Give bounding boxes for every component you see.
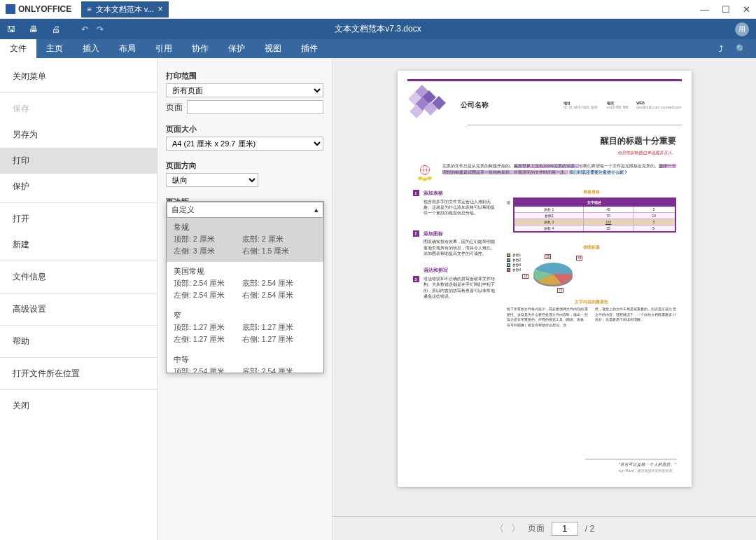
undo-icon[interactable]: ↶ — [81, 25, 88, 34]
titlebar: ONLYOFFICE ≡ 文本文档范本 v... × — ☐ ✕ — [0, 0, 756, 19]
menu-protect[interactable]: 保护 — [218, 39, 255, 58]
text-section-title: 文字内容的重要性 — [507, 300, 676, 305]
pie-title: 饼图标题 — [507, 245, 676, 250]
search-icon[interactable]: 🔍 — [736, 44, 746, 54]
redo-icon[interactable]: ↷ — [97, 25, 104, 34]
sidebar-protect[interactable]: 保护 — [0, 174, 157, 200]
next-page-icon[interactable]: 〉 — [511, 522, 521, 535]
chevron-up-icon: ▴ — [314, 205, 318, 214]
sidebar-save-as[interactable]: 另存为 — [0, 122, 157, 148]
sidebar-help[interactable]: 帮助 — [0, 328, 157, 354]
sidebar-new[interactable]: 新建 — [0, 232, 157, 258]
margin-option[interactable]: 窄顶部: 1.27 厘米底部: 1.27 厘米左侧: 1.27 厘米右侧: 1.… — [167, 306, 323, 350]
svg-point-3 — [418, 176, 423, 180]
menu-icon: ≡ — [87, 5, 91, 13]
page-size-select[interactable]: A4 (21 厘米 x 29.7 厘米) — [166, 137, 323, 151]
maximize-button[interactable]: ☐ — [722, 4, 730, 15]
orientation-select[interactable]: 纵向 — [166, 173, 258, 187]
svg-point-5 — [427, 176, 432, 180]
menubar: 文件 主页 插入 布局 引用 协作 保护 视图 插件 ⤴ 🔍 — [0, 39, 756, 58]
menu-collab[interactable]: 协作 — [182, 39, 218, 58]
sidebar-close-menu[interactable]: 关闭菜单 — [0, 64, 157, 90]
print-settings-panel: 打印范围 所有页面 页面 页面大小 A4 (21 厘米 x 29.7 厘米) 页… — [158, 58, 332, 540]
quote: "语言可以反映一个人的思想。" Ayn Rand，俄语美国作家和哲学家。 — [585, 459, 676, 473]
quickprint-icon[interactable]: 🖨 — [52, 25, 60, 34]
print-range-select[interactable]: 所有页面 — [166, 83, 323, 97]
menu-view[interactable]: 视图 — [255, 39, 291, 58]
company-name: 公司名称 — [461, 100, 489, 110]
margin-option[interactable]: 常规顶部: 2 厘米底部: 2 厘米左侧: 3 厘米右侧: 1.5 厘米 — [167, 218, 323, 262]
sidebar-file-info[interactable]: 文件信息 — [0, 264, 157, 290]
pie-chart: 35 45 15 70 — [525, 253, 581, 291]
sidebar-close[interactable]: 关闭 — [0, 393, 157, 419]
page-input[interactable] — [187, 100, 323, 114]
logo-icon — [6, 4, 15, 14]
doc-subtitle: 信息性副标题也来说服多言人。 — [398, 150, 676, 156]
page-total: / 2 — [585, 524, 594, 534]
app-name: ONLYOFFICE — [18, 4, 71, 14]
document-tab[interactable]: ≡ 文本文档范本 v... × — [81, 1, 168, 18]
margins-dropdown[interactable]: 自定义 ▴ 常规顶部: 2 厘米底部: 2 厘米左侧: 3 厘米右侧: 1.5 … — [166, 201, 324, 373]
print-preview: 公司名称 地址街, 区, 城市/地区, 国家 电话+123 456 789 WE… — [332, 58, 756, 540]
page-size-label: 页面大小 — [166, 124, 323, 134]
file-sidebar: 关闭菜单 保存 另存为 打印 保护 打开 新建 文件信息 高级设置 帮助 打开文… — [0, 58, 158, 540]
sidebar-save: 保存 — [0, 96, 157, 122]
print-range-label: 打印范围 — [166, 71, 323, 81]
menu-layout[interactable]: 布局 — [109, 39, 146, 58]
sidebar-advanced[interactable]: 高级设置 — [0, 296, 157, 322]
globe-group-icon — [413, 163, 437, 183]
page-number-input[interactable] — [552, 522, 578, 536]
menu-home[interactable]: 主页 — [36, 39, 73, 58]
minimize-button[interactable]: — — [700, 4, 709, 15]
user-avatar[interactable]: 用 — [735, 22, 749, 36]
menu-references[interactable]: 引用 — [146, 39, 182, 58]
save-icon[interactable]: 🖫 — [7, 25, 15, 34]
page-label: 页面 — [166, 102, 183, 113]
open-file-icon[interactable]: ⤴ — [719, 44, 723, 54]
app-logo: ONLYOFFICE — [6, 4, 71, 14]
sidebar-open-location[interactable]: 打开文件所在位置 — [0, 361, 157, 387]
sidebar-print[interactable]: 打印 — [0, 148, 157, 174]
margin-option[interactable]: 中等顶部: 2.54 厘米底部: 2.54 厘米左侧: 1.91 厘米右侧: 1… — [167, 350, 323, 373]
document-tab-label: 文本文档范本 v... — [96, 4, 154, 15]
pager-label: 页面 — [528, 522, 545, 534]
close-tab-icon[interactable]: × — [158, 4, 163, 14]
prev-page-icon[interactable]: 〈 — [494, 522, 504, 535]
logo-cubes-icon — [407, 85, 449, 124]
preview-page: 公司名称 地址街, 区, 城市/地区, 国家 电话+123 456 789 WE… — [398, 71, 692, 487]
margins-selected-label: 自定义 — [172, 205, 195, 215]
doc-title: 醒目的标题十分重要 — [398, 135, 676, 147]
orientation-label: 页面方向 — [166, 160, 323, 171]
pager: 〈 〉 页面 / 2 — [332, 516, 756, 540]
header-meta: 地址街, 区, 城市/地区, 国家 电话+123 456 789 WEByou@… — [564, 101, 682, 109]
preview-table: 文字描述 参数 1455 参数27010 参数 31555 参数 4355- — [513, 198, 676, 233]
close-button[interactable]: ✕ — [743, 4, 750, 15]
print-icon[interactable]: 🖶 — [29, 25, 38, 34]
toolbar: 🖫 🖶 🖨 ↶ ↷ 文本文档范本v7.3.docx 用 — [0, 19, 756, 39]
svg-point-4 — [422, 178, 427, 181]
margin-option[interactable]: 美国常规顶部: 2.54 厘米底部: 2.54 厘米左侧: 2.54 厘米右侧:… — [167, 262, 323, 306]
menu-plugins[interactable]: 插件 — [291, 39, 328, 58]
window-controls: — ☐ ✕ — [700, 4, 750, 15]
margins-selected[interactable]: 自定义 ▴ — [167, 202, 323, 218]
menu-insert[interactable]: 插入 — [73, 39, 109, 58]
pie-legend: 参数1 参数2 参数3 参数4 — [507, 253, 522, 291]
document-title: 文本文档范本v7.3.docx — [335, 23, 421, 35]
menu-file[interactable]: 文件 — [0, 39, 36, 58]
sidebar-open[interactable]: 打开 — [0, 206, 157, 232]
intro-text: 完美的文件总是从完美的标题开始的。虽然世界上没有100%完美的东西，但我们希望每… — [442, 163, 676, 183]
